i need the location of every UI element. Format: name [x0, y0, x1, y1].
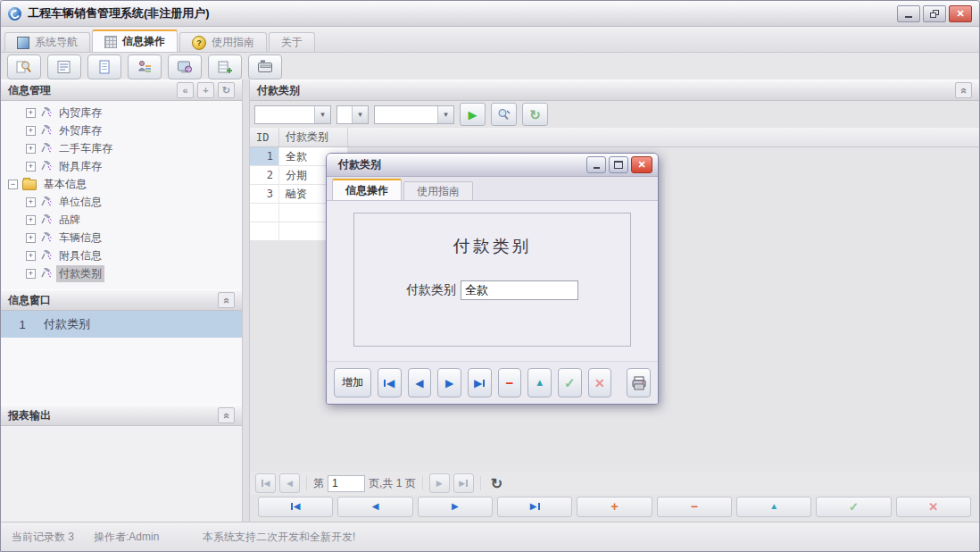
expand-icon[interactable]: + [26, 269, 36, 279]
dialog-title-bar[interactable]: 付款类别 ✕ [327, 154, 658, 177]
first-page-button[interactable]: ◀ [255, 473, 276, 493]
restore-button[interactable] [923, 5, 946, 22]
first-record-button[interactable]: ◀ [258, 497, 333, 517]
print-button[interactable] [627, 368, 651, 397]
expand-icon[interactable]: + [26, 126, 36, 136]
tree-item-accessory-stock[interactable]: + 附具库存 [1, 157, 242, 175]
list-item-payment-type[interactable]: 1 付款类别 [1, 311, 242, 338]
edit-record-button[interactable]: ▲ [736, 497, 811, 517]
sidebar: 信息管理 « + ↻ + 内贸库存 + 外贸库存 + [1, 79, 242, 522]
sidebar-splitter[interactable] [242, 79, 250, 522]
payment-type-input[interactable] [461, 280, 578, 300]
collapse-sidebar-button[interactable]: « [177, 82, 194, 98]
cell-id: 3 [250, 185, 279, 204]
data-add-button[interactable] [208, 54, 242, 79]
post-record-button[interactable]: ✓ [558, 368, 582, 397]
expand-icon[interactable]: + [26, 233, 36, 243]
prev-record-button[interactable]: ◀ [408, 368, 432, 397]
chevron-down-icon[interactable]: ▾ [352, 106, 368, 123]
prev-record-button[interactable]: ◀ [337, 497, 412, 517]
minimize-button[interactable] [897, 5, 920, 22]
dialog-close-button[interactable]: ✕ [631, 156, 652, 173]
preview-button[interactable] [7, 54, 41, 79]
groupbox-title: 付款类别 [354, 235, 630, 258]
report-button[interactable] [47, 54, 81, 79]
delete-record-button[interactable]: − [657, 497, 732, 517]
tool-icon [40, 161, 52, 171]
payment-type-groupbox: 付款类别 付款类别 [353, 213, 631, 347]
post-record-button[interactable]: ✓ [816, 497, 891, 517]
tree-item-unit-info[interactable]: + 单位信息 [1, 193, 242, 211]
expand-icon[interactable]: + [26, 251, 36, 261]
last-record-icon: ▶ [474, 378, 485, 389]
user-report-button[interactable] [128, 54, 162, 79]
tool-icon [40, 214, 52, 225]
cancel-record-button[interactable]: ✕ [588, 368, 612, 397]
last-page-button[interactable]: ▶ [453, 473, 474, 493]
last-record-button[interactable]: ▶ [497, 497, 572, 517]
tree-item-label: 车辆信息 [56, 230, 104, 247]
remote-view-button[interactable] [168, 54, 202, 79]
tree-item-domestic-stock[interactable]: + 内贸库存 [1, 104, 242, 121]
tree-item-vehicle-info[interactable]: + 车辆信息 [1, 229, 242, 247]
expand-icon[interactable]: + [26, 197, 36, 207]
collapse-main-panel-button[interactable]: « [955, 82, 972, 98]
filter-value-combo[interactable]: ▾ [374, 105, 454, 124]
maximize-icon [614, 161, 623, 169]
advanced-search-button[interactable] [491, 103, 517, 126]
tree-item-used-vehicle-stock[interactable]: + 二手车库存 [1, 139, 242, 157]
column-header-payment-type[interactable]: 付款类别 [279, 128, 348, 146]
collapse-report-output-button[interactable]: « [218, 407, 235, 423]
dialog-tab-user-guide[interactable]: 使用指南 [403, 181, 473, 200]
page-number-input[interactable] [328, 475, 365, 492]
tree-item-accessory-info[interactable]: + 附具信息 [1, 247, 242, 264]
tab-user-guide[interactable]: ? 使用指南 [179, 32, 267, 52]
add-panel-button[interactable]: + [197, 82, 214, 98]
panel-header-info-management: 信息管理 « + ↻ [1, 79, 242, 101]
tab-about[interactable]: 关于 [269, 32, 315, 52]
last-record-icon: ▶ [530, 502, 540, 511]
cancel-record-button[interactable]: ✕ [896, 497, 971, 517]
dialog-tab-info-operation[interactable]: 信息操作 [332, 179, 402, 200]
filter-field-combo[interactable]: ▾ [254, 105, 331, 124]
close-button[interactable]: ✕ [949, 5, 972, 22]
expand-icon[interactable]: + [26, 108, 36, 118]
tree-item-basic-info[interactable]: − 基本信息 [1, 175, 242, 193]
next-record-button[interactable]: ▶ [418, 497, 493, 517]
filter-operator-combo[interactable]: ▾ [336, 105, 369, 124]
first-record-button[interactable]: ◀ [378, 368, 402, 397]
column-header-id[interactable]: ID [250, 128, 279, 146]
delete-record-button[interactable]: − [498, 368, 522, 397]
card-file-button[interactable] [248, 54, 282, 79]
prev-page-button[interactable]: ◀ [279, 473, 300, 493]
tree-item-payment-type[interactable]: + 付款类别 [1, 264, 242, 282]
chevron-down-icon[interactable]: ▾ [314, 106, 330, 123]
last-record-button[interactable]: ▶ [468, 368, 492, 397]
refresh-panel-button[interactable]: ↻ [218, 82, 235, 98]
dialog-minimize-button[interactable] [586, 156, 606, 173]
run-filter-button[interactable]: ▶ [460, 103, 486, 126]
tab-info-operation[interactable]: 信息操作 [92, 29, 178, 52]
play-icon: ▶ [469, 109, 478, 121]
add-button[interactable]: 增加 [334, 368, 371, 397]
refresh-grid-button[interactable]: ↻ [522, 103, 548, 126]
collapse-info-window-button[interactable]: « [218, 292, 235, 308]
next-record-button[interactable]: ▶ [437, 368, 461, 397]
chevron-down-icon[interactable]: ▾ [437, 106, 453, 123]
insert-record-button[interactable]: + [577, 497, 652, 517]
expand-icon[interactable]: + [26, 215, 36, 225]
cell-empty [250, 204, 279, 222]
edit-record-button[interactable]: ▲ [527, 368, 552, 397]
document-button[interactable] [87, 54, 121, 79]
dialog-maximize-button[interactable] [609, 156, 628, 173]
expand-icon[interactable]: + [26, 162, 36, 171]
data-add-icon [217, 60, 233, 74]
tree-item-foreign-stock[interactable]: + 外贸库存 [1, 121, 242, 139]
main-toolbar [1, 53, 979, 82]
refresh-page-button[interactable]: ↻ [491, 475, 502, 492]
tree-item-brand[interactable]: + 品牌 [1, 211, 242, 229]
tab-system-navigation[interactable]: 系统导航 [4, 32, 90, 52]
collapse-icon[interactable]: − [8, 180, 18, 189]
expand-icon[interactable]: + [26, 144, 36, 154]
next-page-button[interactable]: ▶ [429, 473, 450, 493]
